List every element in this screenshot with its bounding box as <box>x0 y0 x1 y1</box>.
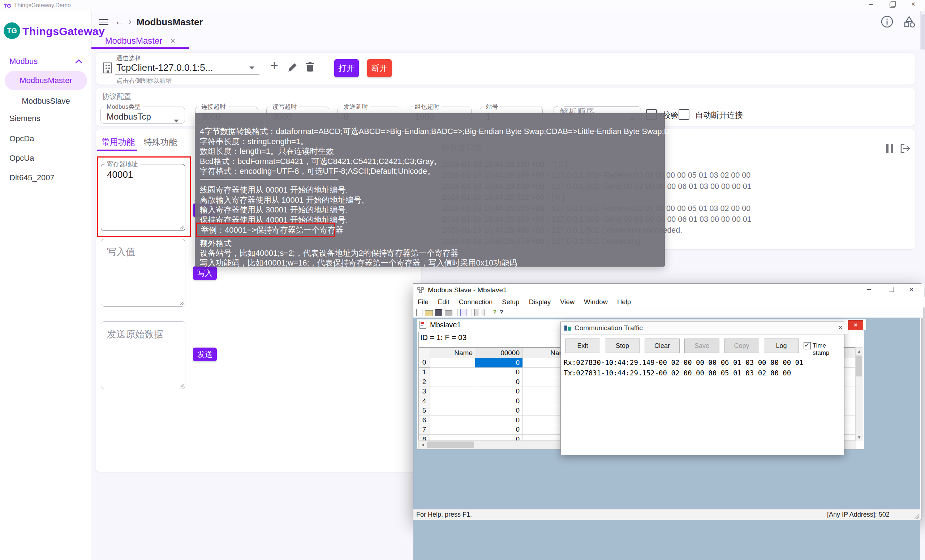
value-cell[interactable]: 0 <box>475 425 523 435</box>
packet-timeout-label: 组包超时 <box>413 102 441 111</box>
vscroll-thumb[interactable] <box>856 355 862 376</box>
export-log-icon[interactable] <box>900 143 911 154</box>
modbus-type-select[interactable]: Modbus类型 ModbusTcp <box>101 102 185 123</box>
resize-grip-icon[interactable] <box>914 513 920 519</box>
shapes-icon[interactable] <box>902 15 916 29</box>
communication-traffic-window: Communication Traffic × Exit Stop Clear … <box>560 322 844 455</box>
name-cell[interactable] <box>430 406 475 415</box>
help-icon[interactable]: ? <box>493 309 496 316</box>
back-arrow-icon[interactable]: ← <box>115 16 124 27</box>
row-index: 0 <box>419 358 430 367</box>
clear-button[interactable]: Clear <box>645 339 679 353</box>
value-cell[interactable]: 0 <box>475 387 523 396</box>
slave-title-bar[interactable]: Modbus Slave - Mbslave1 <box>413 284 924 297</box>
pause-icon[interactable] <box>886 144 894 153</box>
print-icon[interactable] <box>445 310 452 316</box>
write-value-placeholder: 写入值 <box>107 246 185 258</box>
open-button[interactable]: 打开 <box>334 59 359 77</box>
copy-button[interactable]: Copy <box>724 339 759 353</box>
menu-file[interactable]: File <box>418 298 429 306</box>
auto-disconnect-checkbox[interactable] <box>679 109 689 120</box>
info-icon[interactable] <box>881 15 893 28</box>
poll-icon[interactable] <box>475 309 478 316</box>
menu-window[interactable]: Window <box>584 298 608 306</box>
window-minimize-button[interactable]: – <box>868 2 874 7</box>
tab-modbusmaster[interactable]: ModbusMaster × <box>92 33 189 48</box>
menu-connection[interactable]: Connection <box>459 298 493 306</box>
add-channel-icon[interactable]: + <box>270 58 278 73</box>
sidebar-group-modbus[interactable]: Modbus <box>9 57 38 66</box>
child-window-title: Mbslave1 <box>430 321 461 329</box>
menu-edit[interactable]: Edit <box>438 298 449 306</box>
display-panel-icon[interactable] <box>460 309 467 316</box>
resize-handle-icon[interactable] <box>179 300 184 305</box>
save-button[interactable]: Save <box>684 339 719 353</box>
send-raw-textarea[interactable]: 发送原始数据 <box>101 321 185 389</box>
sidebar-item-dlt645[interactable]: Dlt645_2007 <box>9 170 54 186</box>
traffic-icon <box>564 325 571 331</box>
traffic-close-icon[interactable]: × <box>838 323 843 333</box>
send-button[interactable]: 发送 <box>193 348 217 361</box>
sidebar-item-opcda[interactable]: OpcDa <box>9 131 34 147</box>
tab-common-functions[interactable]: 常用功能 <box>101 137 135 148</box>
sidebar-item-modbusmaster[interactable]: ModbusMaster <box>5 71 87 90</box>
write-value-textarea[interactable]: 写入值 <box>101 239 185 307</box>
slave-minimize-button[interactable]: – <box>867 285 871 294</box>
channel-select-value[interactable]: TcpClient-127.0.0.1:5... <box>116 62 213 73</box>
menu-setup[interactable]: Setup <box>502 298 519 306</box>
name-cell[interactable] <box>430 387 475 396</box>
sidebar-item-siemens[interactable]: Siemens <box>9 111 41 126</box>
hscroll-thumb[interactable] <box>427 441 474 448</box>
stop-button[interactable]: Stop <box>605 339 640 353</box>
open-file-icon[interactable] <box>425 310 433 316</box>
modbus-type-value: ModbusTcp <box>101 111 185 122</box>
save-file-icon[interactable] <box>435 309 442 316</box>
edit-channel-icon[interactable] <box>288 62 298 72</box>
value-cell[interactable]: 0 <box>475 406 523 415</box>
child-vscrollbar[interactable]: ▲ ▼ <box>855 347 863 441</box>
slave-close-button[interactable]: × <box>909 285 913 294</box>
delete-channel-icon[interactable] <box>305 62 315 72</box>
value-cell[interactable]: 0 <box>475 377 523 387</box>
sidebar-item-modbusslave[interactable]: ModbusSlave <box>5 92 87 111</box>
send-raw-placeholder: 发送原始数据 <box>107 328 185 341</box>
name-cell[interactable] <box>430 396 475 406</box>
traffic-title-bar[interactable]: Communication Traffic × <box>561 322 848 334</box>
sidebar-item-opcua[interactable]: OpcUa <box>9 150 34 166</box>
disconnect-button[interactable]: 断开 <box>367 59 392 77</box>
resize-handle-icon[interactable] <box>179 224 184 229</box>
context-help-icon[interactable]: ? <box>499 309 503 316</box>
tooltip-line: 线圈寄存器使用从 00001 开始的地址编号。 <box>200 185 353 196</box>
poll-alt-icon[interactable] <box>481 309 485 316</box>
name-cell[interactable] <box>430 368 475 377</box>
name-cell[interactable] <box>430 377 475 387</box>
value-cell-selected[interactable]: 0 <box>475 358 523 367</box>
grid-col-address[interactable]: 00000 <box>475 348 523 358</box>
vscroll-up-arrow[interactable]: ▲ <box>856 348 863 355</box>
channel-dropdown-caret-icon[interactable] <box>249 66 255 69</box>
window-restore-button[interactable] <box>890 3 895 8</box>
hamburger-menu-icon[interactable] <box>99 17 108 27</box>
value-cell[interactable]: 0 <box>475 368 523 377</box>
name-cell[interactable] <box>430 358 475 367</box>
name-cell[interactable] <box>430 425 475 435</box>
hscroll-left-arrow[interactable]: ◄ <box>419 441 427 449</box>
exit-button[interactable]: Exit <box>565 339 600 353</box>
register-address-textarea[interactable]: 寄存器地址 40001 <box>101 160 185 231</box>
name-cell[interactable] <box>430 415 475 425</box>
window-close-button[interactable]: × <box>911 2 916 7</box>
resize-handle-icon[interactable] <box>179 382 184 388</box>
value-cell[interactable]: 0 <box>475 396 523 406</box>
value-cell[interactable]: 0 <box>475 415 523 425</box>
tab-close-icon[interactable]: × <box>170 36 175 46</box>
new-file-icon[interactable] <box>416 309 422 316</box>
child-close-button[interactable]: × <box>848 320 863 330</box>
menu-help[interactable]: Help <box>617 298 631 306</box>
menu-view[interactable]: View <box>560 298 574 306</box>
log-button[interactable]: Log <box>764 339 799 353</box>
tab-special-functions[interactable]: 特殊功能 <box>144 137 177 148</box>
timestamp-checkbox[interactable]: ✓ <box>804 342 811 349</box>
menu-display[interactable]: Display <box>529 298 551 306</box>
slave-maximize-button[interactable] <box>889 287 894 292</box>
vscroll-down-arrow[interactable]: ▼ <box>856 434 863 441</box>
